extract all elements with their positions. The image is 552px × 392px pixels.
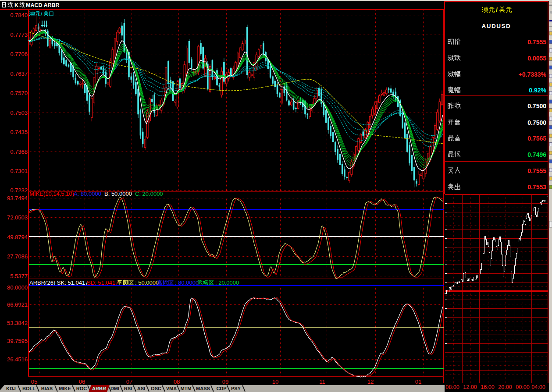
svg-text:27.7086: 27.7086 bbox=[7, 253, 28, 260]
svg-text:08: 08 bbox=[174, 378, 180, 385]
svg-text:ASI: ASI bbox=[137, 386, 145, 391]
svg-text:0.7301: 0.7301 bbox=[10, 168, 28, 174]
svg-text:0.7565: 0.7565 bbox=[527, 135, 546, 142]
svg-text:K: K bbox=[14, 2, 18, 8]
svg-text:0.7368: 0.7368 bbox=[10, 148, 28, 155]
svg-text:0.7553: 0.7553 bbox=[527, 184, 546, 191]
svg-text:0.7840: 0.7840 bbox=[10, 12, 28, 18]
svg-text:39.7595: 39.7595 bbox=[7, 338, 28, 344]
svg-text:72.0503: 72.0503 bbox=[7, 214, 28, 221]
svg-text:0.7503: 0.7503 bbox=[10, 109, 28, 116]
svg-text:09: 09 bbox=[222, 378, 228, 385]
svg-text:B: 50.0000: B: 50.0000 bbox=[104, 191, 132, 197]
svg-text:MASS: MASS bbox=[196, 386, 210, 391]
svg-text:0.7555: 0.7555 bbox=[527, 39, 546, 46]
svg-text:CDP: CDP bbox=[216, 386, 226, 391]
svg-text:0.7706: 0.7706 bbox=[10, 51, 28, 57]
svg-text:0.92%: 0.92% bbox=[529, 87, 546, 94]
svg-text:0.7232: 0.7232 bbox=[10, 187, 28, 194]
svg-text:0.7500: 0.7500 bbox=[527, 102, 546, 109]
svg-text:0.7500: 0.7500 bbox=[527, 119, 546, 126]
svg-text:53.3842: 53.3842 bbox=[7, 320, 28, 326]
svg-text:KDJ: KDJ bbox=[6, 386, 16, 391]
svg-text:C: 20.0000: C: 20.0000 bbox=[135, 191, 163, 197]
svg-text:11: 11 bbox=[319, 378, 325, 385]
svg-text:MIKE(10,14,5,10): MIKE(10,14,5,10) bbox=[29, 191, 74, 197]
svg-text:12:00: 12:00 bbox=[463, 384, 477, 390]
svg-text:0.0055: 0.0055 bbox=[527, 55, 546, 62]
svg-text:A: 80.0000: A: 80.0000 bbox=[74, 191, 101, 197]
svg-text:0.7570: 0.7570 bbox=[10, 90, 28, 96]
svg-text:PSY: PSY bbox=[231, 386, 241, 391]
svg-text:06: 06 bbox=[79, 378, 85, 385]
svg-text:0.7496: 0.7496 bbox=[527, 151, 546, 158]
svg-text:BOLL: BOLL bbox=[22, 386, 36, 391]
svg-text:AUDUSD: AUDUSD bbox=[482, 23, 511, 29]
svg-text:01: 01 bbox=[415, 378, 421, 385]
svg-text:00:00: 00:00 bbox=[516, 384, 529, 390]
svg-text:+0.7333%: +0.7333% bbox=[519, 71, 547, 78]
svg-text:MIKE: MIKE bbox=[59, 386, 71, 391]
svg-text:OSC: OSC bbox=[151, 386, 161, 391]
svg-text:DMI: DMI bbox=[110, 386, 119, 391]
svg-text:/: / bbox=[496, 7, 498, 14]
svg-text:VMA: VMA bbox=[166, 386, 177, 391]
svg-text:BIAS: BIAS bbox=[41, 386, 53, 391]
svg-text:08:00: 08:00 bbox=[445, 384, 459, 390]
svg-text:49.8794: 49.8794 bbox=[7, 234, 28, 240]
svg-text:26.4516: 26.4516 bbox=[7, 356, 28, 363]
svg-text:07: 07 bbox=[126, 378, 132, 385]
svg-text:20:00: 20:00 bbox=[498, 384, 512, 390]
svg-text:MACD ARBR: MACD ARBR bbox=[26, 2, 60, 8]
svg-text:RSI: RSI bbox=[124, 386, 132, 391]
svg-text:66.6921: 66.6921 bbox=[7, 301, 28, 308]
svg-text:93.7494: 93.7494 bbox=[7, 195, 28, 201]
svg-text:ARBR: ARBR bbox=[92, 386, 106, 391]
svg-text:10: 10 bbox=[272, 378, 278, 385]
svg-text:0.7555: 0.7555 bbox=[527, 167, 546, 174]
svg-text:12: 12 bbox=[367, 378, 374, 385]
svg-text:0.7435: 0.7435 bbox=[10, 129, 28, 135]
svg-text:16:00: 16:00 bbox=[481, 384, 494, 390]
svg-text:80.0000: 80.0000 bbox=[7, 284, 28, 291]
svg-text:05: 05 bbox=[31, 378, 37, 385]
svg-text:0.7637: 0.7637 bbox=[10, 71, 28, 77]
svg-text:04:00: 04:00 bbox=[531, 384, 545, 390]
svg-text:MTM: MTM bbox=[180, 386, 191, 391]
svg-text:5.5377: 5.5377 bbox=[10, 273, 28, 279]
svg-text:ROC: ROC bbox=[76, 386, 87, 391]
svg-text:0.7773: 0.7773 bbox=[10, 32, 28, 38]
